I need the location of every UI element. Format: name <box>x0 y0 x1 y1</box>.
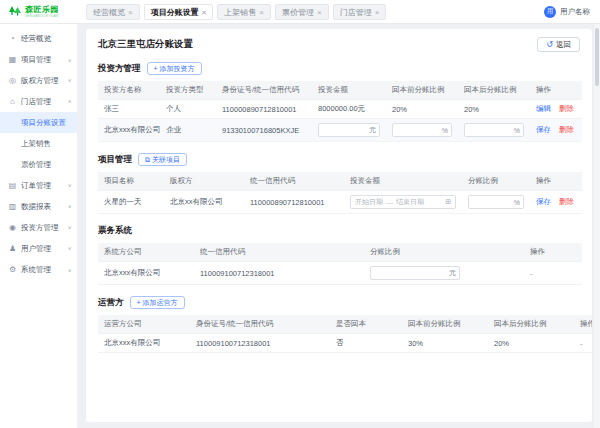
gear-icon: ⚙ <box>8 265 17 274</box>
table-row-editing: 北京xxx有限公司 110009100712318001 元 - <box>98 262 582 285</box>
back-icon: ↺ <box>546 40 553 49</box>
chevron-down-icon: ∨ <box>68 78 72 84</box>
table-row-editing: 北京xxx有限公司 企业 91330100716805KXJE 元 % % 保存… <box>98 119 582 142</box>
tab-split-settings[interactable]: 项目分账设置 × <box>144 4 214 20</box>
chevron-down-icon: ∨ <box>68 57 72 63</box>
close-icon[interactable]: × <box>128 8 133 17</box>
save-link[interactable]: 保存 <box>536 125 551 134</box>
chevron-down-icon: ∨ <box>68 183 72 189</box>
sidebar-item-users[interactable]: ♟ 用户管理 ∨ <box>0 238 77 259</box>
chevron-down-icon: ∨ <box>68 225 72 231</box>
dashboard-icon: ◔ <box>8 34 17 43</box>
operators-table: 运营方公司 身份证号/统一信用代码 是否回本 回本前分账比例 回本后分账比例 操… <box>98 315 592 353</box>
section-title-operators: 运营方 <box>98 297 124 309</box>
empty-action: - <box>530 269 533 278</box>
percent-suffix: % <box>442 127 448 134</box>
sidebar-item-system[interactable]: ⚙ 系统管理 ∨ <box>0 259 77 280</box>
ratio-input-wrap: % <box>468 195 524 209</box>
order-icon: ▤ <box>8 181 17 190</box>
add-investor-button[interactable]: + 添加投资方 <box>147 62 202 75</box>
table-header-row: 运营方公司 身份证号/统一信用代码 是否回本 回本前分账比例 回本后分账比例 操… <box>98 315 592 334</box>
yuan-suffix: 元 <box>369 125 376 135</box>
section-title-ticket-system: 票务系统 <box>98 225 132 237</box>
sidebar-item-copyright[interactable]: ◎ 版权方管理 ∨ <box>0 70 77 91</box>
tab-store-mgmt[interactable]: 门店管理 × <box>333 4 387 20</box>
top-bar: 森匠乐园 SENJIANG LEYUAN 经营概览 × 项目分账设置 × 上架销… <box>0 0 600 24</box>
section-ticket-system: 票务系统 系统方公司 统一信用代码 分账比例 操作 北京xxx有限公司 <box>98 225 580 285</box>
sidebar-item-reports[interactable]: ▥ 数据报表 ∨ <box>0 196 77 217</box>
link-icon: ⧉ <box>145 156 150 164</box>
store-icon: ⌂ <box>8 97 17 106</box>
after-ratio-input-wrap: % <box>464 123 524 137</box>
plus-icon: + <box>154 65 158 72</box>
link-project-button[interactable]: ⧉ 关联项目 <box>138 153 187 166</box>
tab-bar: 经营概览 × 项目分账设置 × 上架销售 × 票价管理 × 门店管理 × <box>78 0 544 23</box>
copyright-icon: ◎ <box>8 76 17 85</box>
ticket-ratio-input[interactable] <box>374 270 447 277</box>
save-link[interactable]: 保存 <box>536 197 551 206</box>
avatar: 用 <box>544 6 556 18</box>
delete-link[interactable]: 删除 <box>559 125 574 134</box>
close-icon[interactable]: × <box>259 8 264 17</box>
close-icon[interactable]: × <box>202 8 207 17</box>
table-row: 张三 个人 110000890712810001 8000000.00元 20%… <box>98 100 582 119</box>
sidebar: ◔ 经营概览 ▦ 项目管理 ∨ ◎ 版权方管理 ∨ ⌂ 门店管理 ∧ 项目分账设… <box>0 24 78 428</box>
percent-suffix: % <box>514 199 520 206</box>
sidebar-item-overview[interactable]: ◔ 经营概览 <box>0 28 77 49</box>
delete-link[interactable]: 删除 <box>559 104 574 113</box>
back-button[interactable]: ↺ 返回 <box>537 37 580 52</box>
section-operators: 运营方 + 添加运营方 运营方公司 身份证号/统一信用代码 是否回本 回本前分账… <box>98 296 580 353</box>
chevron-up-icon: ∧ <box>68 99 72 105</box>
sidebar-item-orders[interactable]: ▤ 订单管理 ∨ <box>0 175 77 196</box>
calendar-icon: ⊞ <box>445 198 451 206</box>
amount-input[interactable] <box>322 127 367 134</box>
projects-table: 项目名称 版权方 统一信用代码 投资金额 分账比例 操作 火星的一天 北京xx有… <box>98 172 582 214</box>
ticket-system-table: 系统方公司 统一信用代码 分账比例 操作 北京xxx有限公司 110009100… <box>98 243 582 285</box>
report-icon: ▥ <box>8 202 17 211</box>
tab-ticket-price[interactable]: 票价管理 × <box>275 4 329 20</box>
edit-link[interactable]: 编辑 <box>536 104 551 113</box>
table-header-row: 投资方名称 投资方类型 身份证号/统一信用代码 投资金额 回本前分账比例 回本后… <box>98 81 582 100</box>
sidebar-item-store[interactable]: ⌂ 门店管理 ∧ <box>0 91 77 112</box>
content-card: 北京三里屯店分账设置 ↺ 返回 投资方管理 + 添加投资方 <box>86 29 592 422</box>
tab-overview[interactable]: 经营概览 × <box>86 4 140 20</box>
section-investors: 投资方管理 + 添加投资方 投资方名称 投资方类型 身份证号/统一信用代码 投资… <box>98 62 580 142</box>
main-content: 北京三里屯店分账设置 ↺ 返回 投资方管理 + 添加投资方 <box>78 24 600 428</box>
vertical-scrollbar <box>594 24 600 428</box>
before-ratio-input[interactable] <box>396 127 440 134</box>
before-ratio-input-wrap: % <box>392 123 452 137</box>
sidebar-item-projects[interactable]: ▦ 项目管理 ∨ <box>0 49 77 70</box>
date-range-picker[interactable]: 开始日期 — 结束日期 ⊞ <box>350 195 456 209</box>
sidebar-item-on-sale[interactable]: 上架销售 <box>0 133 77 154</box>
add-operator-button[interactable]: + 添加运营方 <box>130 296 185 309</box>
user-icon: ♟ <box>8 244 17 253</box>
empty-action: - <box>580 339 583 348</box>
yuan-suffix: 元 <box>449 268 456 278</box>
app-window: 森匠乐园 SENJIANG LEYUAN 经营概览 × 项目分账设置 × 上架销… <box>0 0 600 428</box>
page-title: 北京三里屯店分账设置 <box>98 38 193 51</box>
percent-suffix: % <box>514 127 520 134</box>
close-icon[interactable]: × <box>375 8 380 17</box>
plus-icon: + <box>137 299 141 306</box>
investors-table: 投资方名称 投资方类型 身份证号/统一信用代码 投资金额 回本前分账比例 回本后… <box>98 81 582 142</box>
tab-on-sale[interactable]: 上架销售 × <box>217 4 271 20</box>
delete-link[interactable]: 删除 <box>559 197 574 206</box>
ratio-input[interactable] <box>472 199 512 206</box>
after-ratio-input[interactable] <box>468 127 512 134</box>
user-menu[interactable]: 用 用户名称 <box>544 6 600 18</box>
logo-text: 森匠乐园 <box>25 6 62 14</box>
section-title-investors: 投资方管理 <box>98 63 141 75</box>
chevron-down-icon: ∨ <box>68 267 72 273</box>
user-name: 用户名称 <box>560 7 590 17</box>
table-row: 北京xxx有限公司 110009100712318001 否 30% 20% - <box>98 334 592 353</box>
project-icon: ▦ <box>8 55 17 64</box>
scrollbar-thumb[interactable] <box>595 28 599 86</box>
sidebar-item-split-settings[interactable]: 项目分账设置 <box>0 112 77 133</box>
chevron-down-icon: ∨ <box>68 246 72 252</box>
sidebar-item-investors[interactable]: ◉ 投资方管理 ∨ <box>0 217 77 238</box>
close-icon[interactable]: × <box>317 8 322 17</box>
amount-input-wrap: 元 <box>318 123 380 137</box>
investor-icon: ◉ <box>8 223 17 232</box>
sidebar-item-ticket-price[interactable]: 票价管理 <box>0 154 77 175</box>
logo-subtext: SENJIANG LEYUAN <box>25 14 58 18</box>
